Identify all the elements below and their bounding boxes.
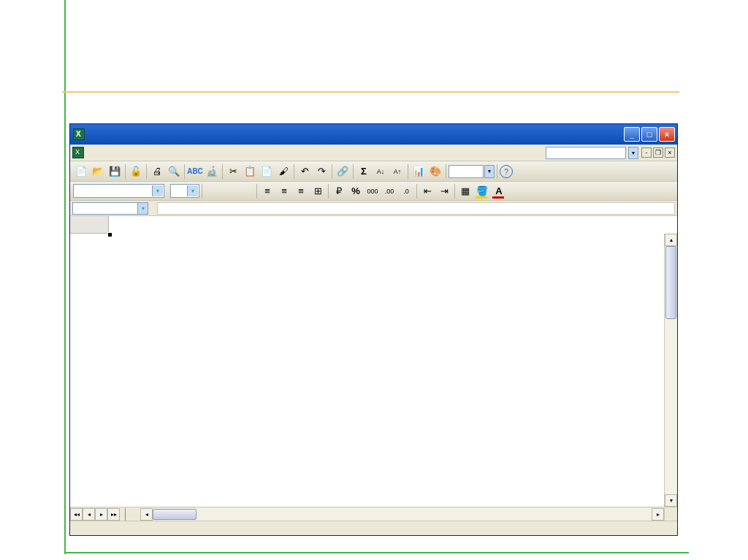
scroll-up-button[interactable]: ▴: [665, 234, 677, 246]
tab-nav-last-button[interactable]: ▸▸: [107, 508, 120, 521]
hyperlink-button[interactable]: 🔗: [335, 164, 351, 180]
scroll-left-button[interactable]: ◂: [140, 508, 153, 521]
percent-button[interactable]: %: [348, 183, 364, 199]
format-painter-button[interactable]: 🖌: [275, 164, 291, 180]
tab-nav-first-button[interactable]: ◂◂: [70, 508, 83, 521]
name-box-dropdown-icon[interactable]: ▾: [138, 202, 148, 215]
decrease-indent-button[interactable]: ⇤: [419, 183, 435, 199]
mdi-restore-button[interactable]: ❐: [653, 147, 663, 158]
font-name-combo[interactable]: [73, 184, 164, 198]
maximize-button[interactable]: □: [641, 127, 657, 142]
bold-button[interactable]: [205, 183, 221, 199]
undo-button[interactable]: ↶: [297, 164, 313, 180]
slide-green-vertical-line: [64, 0, 66, 554]
slide-orange-horizontal-line: [62, 91, 679, 93]
new-button[interactable]: 📄: [73, 164, 89, 180]
formatting-toolbar: ≡ ≡ ≡ ⊞ ₽ % 000 .00 .0 ⇤ ⇥ ▦ 🪣 A: [70, 182, 677, 201]
font-size-combo[interactable]: [170, 184, 199, 198]
tab-nav-next-button[interactable]: ▸: [95, 508, 107, 521]
open-button[interactable]: 📂: [90, 164, 106, 180]
sheet-tab-bar: ◂◂ ◂ ▸ ▸▸ ◂ ▸: [70, 507, 677, 521]
slide-green-horizontal-line: [64, 552, 689, 553]
formula-input[interactable]: [157, 202, 675, 215]
question-dropdown-icon[interactable]: ▾: [628, 147, 638, 159]
vertical-scroll-thumb[interactable]: [665, 246, 676, 319]
paste-button[interactable]: 📄: [259, 164, 275, 180]
font-color-button[interactable]: A: [491, 183, 507, 199]
permission-button[interactable]: 🔓: [128, 164, 144, 180]
active-cell-selection: [109, 234, 112, 237]
standard-toolbar: 📄 📂 💾 🔓 🖨 🔍 ABC 🔬 ✂ 📋 📄 🖌 ↶ ↷ 🔗 Σ A↓ A: [70, 161, 677, 182]
name-box[interactable]: [72, 202, 138, 215]
align-right-button[interactable]: ≡: [293, 183, 309, 199]
print-button[interactable]: 🖨: [149, 164, 165, 180]
horizontal-scroll-thumb[interactable]: [153, 509, 196, 520]
excel-icon: [73, 129, 85, 140]
currency-button[interactable]: ₽: [331, 183, 347, 199]
tab-corner: [664, 508, 677, 521]
comma-button[interactable]: 000: [365, 183, 381, 199]
excel-window: _ □ × ▾ - ❐ × 📄 📂 💾 🔓 🖨: [69, 123, 678, 536]
vertical-scrollbar[interactable]: ▴ ▾: [664, 234, 677, 507]
window-titlebar[interactable]: _ □ ×: [70, 124, 677, 145]
menu-bar: ▾ - ❐ ×: [70, 145, 677, 161]
drawing-button[interactable]: 🎨: [427, 164, 443, 180]
help-button[interactable]: ?: [500, 165, 513, 178]
italic-button[interactable]: [221, 183, 237, 199]
align-center-button[interactable]: ≡: [276, 183, 292, 199]
scroll-down-button[interactable]: ▾: [665, 494, 677, 507]
research-button[interactable]: 🔬: [204, 164, 220, 180]
sort-desc-button[interactable]: A↑: [389, 164, 405, 180]
spelling-button[interactable]: ABC: [187, 164, 203, 180]
fill-color-button[interactable]: 🪣: [474, 183, 490, 199]
scroll-right-button[interactable]: ▸: [652, 508, 664, 521]
copy-button[interactable]: 📋: [242, 164, 258, 180]
underline-button[interactable]: [238, 183, 254, 199]
save-button[interactable]: 💾: [107, 164, 123, 180]
sort-asc-button[interactable]: A↓: [373, 164, 389, 180]
preview-button[interactable]: 🔍: [166, 164, 182, 180]
chart-button[interactable]: 📊: [411, 164, 427, 180]
borders-button[interactable]: ▦: [457, 183, 473, 199]
select-all-corner[interactable]: [70, 216, 109, 234]
mdi-close-button[interactable]: ×: [665, 147, 675, 158]
increase-indent-button[interactable]: ⇥: [436, 183, 452, 199]
merge-button[interactable]: ⊞: [310, 183, 326, 199]
spreadsheet-grid: ▴ ▾: [70, 216, 677, 507]
zoom-combo[interactable]: [449, 165, 484, 178]
tab-nav-prev-button[interactable]: ◂: [83, 508, 95, 521]
mdi-minimize-button[interactable]: -: [641, 147, 652, 158]
autosum-button[interactable]: Σ: [356, 164, 372, 180]
status-bar: [70, 521, 677, 535]
decrease-decimal-button[interactable]: .0: [398, 183, 414, 199]
formula-bar: ▾: [70, 201, 677, 216]
redo-button[interactable]: ↷: [313, 164, 329, 180]
workbook-icon[interactable]: [72, 147, 84, 158]
increase-decimal-button[interactable]: .00: [381, 183, 397, 199]
cut-button[interactable]: ✂: [225, 164, 241, 180]
align-left-button[interactable]: ≡: [259, 183, 275, 199]
question-input[interactable]: [546, 147, 626, 159]
zoom-dropdown-icon[interactable]: ▾: [484, 165, 495, 178]
minimize-button[interactable]: _: [624, 127, 640, 142]
close-button[interactable]: ×: [659, 127, 675, 142]
